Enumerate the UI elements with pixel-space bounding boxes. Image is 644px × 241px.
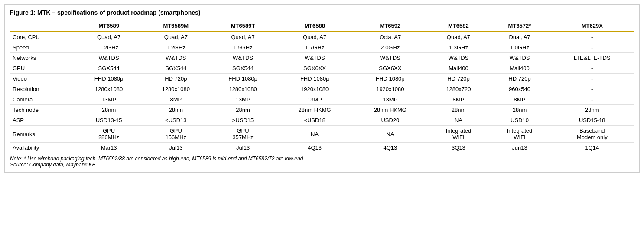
header-col-MT6592: MT6592: [352, 20, 428, 32]
row-label: Camera: [10, 94, 75, 105]
cell-6-5: 8MP: [428, 94, 489, 105]
cell-0-7: -: [550, 32, 634, 42]
cell-5-2: 1280x1080: [209, 84, 277, 94]
table-row: VideoFHD 1080pHD 720pFHD 1080pFHD 1080pF…: [10, 74, 634, 84]
cell-2-0: W&TDS: [75, 53, 143, 63]
cell-8-5: NA: [428, 115, 489, 126]
header-col-MT6582: MT6582: [428, 20, 489, 32]
cell-4-2: FHD 1080p: [209, 74, 277, 84]
row-label: Video: [10, 74, 75, 84]
row-label: Networks: [10, 53, 75, 63]
cell-9-3: NA: [277, 126, 352, 143]
cell-3-3: SGX6XX: [277, 63, 352, 74]
header-col-MT6589: MT6589: [75, 20, 143, 32]
cell-8-7: USD15-18: [550, 115, 634, 126]
cell-3-7: -: [550, 63, 634, 74]
cell-10-2: Jul13: [209, 143, 277, 153]
table-row: Tech node28nm28nm28nm28nm HKMG28nm HKMG2…: [10, 105, 634, 115]
row-label: GPU: [10, 63, 75, 74]
cell-5-0: 1280x1080: [75, 84, 143, 94]
cell-0-6: Dual, A7: [489, 32, 550, 42]
cell-10-1: Jul13: [143, 143, 209, 153]
cell-7-2: 28nm: [209, 105, 277, 115]
row-label: Tech node: [10, 105, 75, 115]
cell-1-0: 1.2GHz: [75, 42, 143, 53]
table-header-row: MT6589MT6589MMT6589TMT6588MT6592MT6582MT…: [10, 20, 634, 32]
cell-8-0: USD13-15: [75, 115, 143, 126]
table-row: RemarksGPU286MHzGPU156MHzGPU357MHzNANAIn…: [10, 126, 634, 143]
cell-9-2: GPU357MHz: [209, 126, 277, 143]
row-label: Resolution: [10, 84, 75, 94]
cell-10-5: 3Q13: [428, 143, 489, 153]
cell-1-1: 1.2GHz: [143, 42, 209, 53]
cell-3-5: Mali400: [428, 63, 489, 74]
table-row: Camera13MP8MP13MP13MP13MP8MP8MP-: [10, 94, 634, 105]
cell-8-3: <USD18: [277, 115, 352, 126]
cell-6-7: -: [550, 94, 634, 105]
cell-1-4: 2.0GHz: [352, 42, 428, 53]
cell-0-4: Octa, A7: [352, 32, 428, 42]
cell-0-3: Quad, A7: [277, 32, 352, 42]
cell-2-7: LTE&LTE-TDS: [550, 53, 634, 63]
cell-7-4: 28nm HKMG: [352, 105, 428, 115]
cell-3-4: SGX6XX: [352, 63, 428, 74]
cell-0-0: Quad, A7: [75, 32, 143, 42]
cell-2-4: W&TDS: [352, 53, 428, 63]
row-label: ASP: [10, 115, 75, 126]
figure-note: Note: * Use wirebond packaging tech. MT6…: [10, 156, 634, 168]
cell-2-5: W&TDS: [428, 53, 489, 63]
cell-8-4: USD20: [352, 115, 428, 126]
header-col-MT6589M: MT6589M: [143, 20, 209, 32]
cell-10-6: Jun13: [489, 143, 550, 153]
cell-1-3: 1.7GHz: [277, 42, 352, 53]
cell-1-2: 1.5GHz: [209, 42, 277, 53]
cell-1-6: 1.0GHz: [489, 42, 550, 53]
cell-9-0: GPU286MHz: [75, 126, 143, 143]
cell-3-2: SGX544: [209, 63, 277, 74]
table-row: Core, CPUQuad, A7Quad, A7Quad, A7Quad, A…: [10, 32, 634, 42]
cell-4-7: -: [550, 74, 634, 84]
header-label-col: [10, 20, 75, 32]
cell-9-1: GPU156MHz: [143, 126, 209, 143]
cell-0-2: Quad, A7: [209, 32, 277, 42]
row-label: Core, CPU: [10, 32, 75, 42]
cell-4-4: FHD 1080p: [352, 74, 428, 84]
header-col-MT6589T: MT6589T: [209, 20, 277, 32]
cell-1-5: 1.3GHz: [428, 42, 489, 53]
table-row: AvailabilityMar13Jul13Jul134Q134Q133Q13J…: [10, 143, 634, 153]
cell-4-6: HD 720p: [489, 74, 550, 84]
cell-8-2: >USD15: [209, 115, 277, 126]
cell-5-7: -: [550, 84, 634, 94]
cell-7-3: 28nm HKMG: [277, 105, 352, 115]
row-label: Availability: [10, 143, 75, 153]
cell-4-5: HD 720p: [428, 74, 489, 84]
cell-3-6: Mali400: [489, 63, 550, 74]
row-label: Remarks: [10, 126, 75, 143]
cell-4-0: FHD 1080p: [75, 74, 143, 84]
cell-1-7: -: [550, 42, 634, 53]
table-row: Resolution1280x10801280x10801280x1080192…: [10, 84, 634, 94]
specs-table: MT6589MT6589MMT6589TMT6588MT6592MT6582MT…: [10, 20, 634, 153]
figure-title: Figure 1: MTK – specifications of produc…: [10, 9, 634, 16]
cell-7-0: 28nm: [75, 105, 143, 115]
cell-0-1: Quad, A7: [143, 32, 209, 42]
cell-4-3: FHD 1080p: [277, 74, 352, 84]
cell-2-1: W&TDS: [143, 53, 209, 63]
cell-9-4: NA: [352, 126, 428, 143]
cell-6-3: 13MP: [277, 94, 352, 105]
cell-6-4: 13MP: [352, 94, 428, 105]
cell-5-4: 1920x1080: [352, 84, 428, 94]
cell-6-0: 13MP: [75, 94, 143, 105]
cell-6-2: 13MP: [209, 94, 277, 105]
cell-6-1: 8MP: [143, 94, 209, 105]
cell-0-5: Quad, A7: [428, 32, 489, 42]
cell-10-3: 4Q13: [277, 143, 352, 153]
cell-3-1: SGX544: [143, 63, 209, 74]
cell-5-1: 1280x1080: [143, 84, 209, 94]
cell-10-0: Mar13: [75, 143, 143, 153]
table-row: GPUSGX544SGX544SGX544SGX6XXSGX6XXMali400…: [10, 63, 634, 74]
figure-container: Figure 1: MTK – specifications of produc…: [4, 4, 640, 173]
table-row: NetworksW&TDSW&TDSW&TDSW&TDSW&TDSW&TDSW&…: [10, 53, 634, 63]
table-row: ASPUSD13-15<USD13>USD15<USD18USD20NAUSD1…: [10, 115, 634, 126]
cell-7-5: 28nm: [428, 105, 489, 115]
